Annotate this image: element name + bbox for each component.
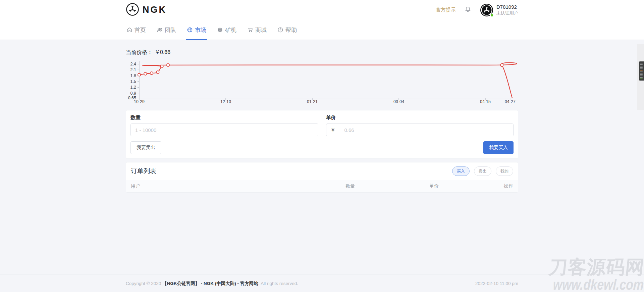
indicator-line — [640, 77, 643, 78]
svg-text:12-10: 12-10 — [220, 99, 231, 104]
svg-text:04-27: 04-27 — [505, 99, 516, 104]
capture-indicator-widget[interactable] — [639, 61, 644, 81]
order-table-header: 用户 数量 单价 操作 — [126, 180, 518, 192]
online-status-dot — [490, 13, 494, 17]
main-nav: 首页 团队 — [0, 20, 644, 40]
filter-mine-pill[interactable]: 我的 — [496, 166, 513, 176]
nav-item-miner[interactable]: 矿机 — [216, 20, 237, 40]
cart-icon — [247, 27, 253, 33]
chip-icon — [217, 27, 223, 33]
main-content: 当前价格：￥0.66 2.42.11.81.51.20.90.6510-2912… — [0, 40, 644, 275]
indicator-line — [640, 67, 643, 68]
brand-text: NGK — [143, 5, 167, 15]
indicator-line — [640, 76, 643, 76]
footer: Copyright © 2020 【NGK公链官网】 - NGK (中国大陆) … — [0, 275, 644, 292]
order-list-title: 订单列表 — [131, 167, 156, 176]
bell-icon[interactable] — [465, 6, 471, 14]
footer-timestamp: 2022-02-10 11:00 pm — [475, 281, 518, 286]
team-icon — [157, 27, 163, 33]
svg-text:10-29: 10-29 — [134, 99, 145, 104]
indicator-line — [640, 66, 643, 66]
nav-item-mall[interactable]: 商城 — [247, 20, 267, 40]
nav-item-team[interactable]: 团队 — [156, 20, 177, 40]
user-status: 未认证用户 — [496, 10, 518, 16]
nav-item-help[interactable]: 帮助 — [277, 20, 298, 40]
indicator-line — [640, 64, 643, 65]
svg-text:2.4: 2.4 — [130, 62, 136, 66]
col-quantity: 数量 — [345, 183, 429, 189]
svg-text:1.5: 1.5 — [130, 79, 136, 84]
unit-price-input[interactable] — [340, 124, 514, 136]
indicator-line — [640, 79, 643, 79]
filter-buy-pill[interactable]: 买入 — [452, 166, 470, 176]
svg-text:01-21: 01-21 — [307, 99, 318, 104]
indicator-line — [640, 71, 643, 72]
svg-text:2.1: 2.1 — [130, 67, 136, 72]
current-price-value: ￥0.66 — [155, 49, 170, 55]
svg-text:0.9: 0.9 — [130, 91, 136, 96]
quantity-input[interactable] — [130, 124, 318, 136]
ngk-logo-icon — [126, 3, 139, 17]
help-icon — [277, 27, 283, 33]
indicator-line — [640, 73, 643, 74]
brand[interactable]: NGK — [126, 3, 167, 17]
nav-item-market[interactable]: 市场 — [186, 20, 207, 40]
price-chart: 2.42.11.81.51.20.90.6510-2912-1001-2103-… — [126, 59, 518, 105]
col-unit-price: 单价 — [429, 183, 490, 189]
currency-prefix: ￥ — [326, 124, 340, 136]
filter-sell-pill[interactable]: 卖出 — [474, 166, 491, 176]
user-menu[interactable]: D781092 未认证用户 — [480, 3, 518, 17]
home-icon — [126, 27, 132, 33]
copyright-text: Copyright © 2020 【NGK公链官网】 - NGK (中国大陆) … — [126, 281, 298, 287]
col-action: 操作 — [490, 183, 513, 189]
official-tip-link[interactable]: 官方提示 — [436, 7, 456, 13]
svg-text:04-15: 04-15 — [480, 99, 491, 104]
quantity-label: 数量 — [130, 114, 318, 121]
unit-price-label: 单价 — [326, 114, 514, 121]
user-id: D781092 — [496, 4, 518, 10]
nav-item-home[interactable]: 首页 — [126, 20, 147, 40]
svg-text:1.8: 1.8 — [130, 74, 136, 78]
col-user: 用户 — [131, 183, 345, 189]
svg-text:1.2: 1.2 — [130, 85, 136, 90]
sell-button[interactable]: 我要卖出 — [130, 141, 161, 154]
svg-text:03-04: 03-04 — [393, 99, 404, 104]
globe-icon — [187, 27, 193, 33]
buy-button[interactable]: 我要买入 — [483, 141, 514, 154]
indicator-line — [640, 70, 643, 70]
order-list-card: 订单列表 买入 卖出 我的 用户 数量 单价 操作 — [126, 162, 518, 193]
indicator-line — [640, 74, 643, 75]
indicator-line — [640, 68, 643, 69]
indicator-line — [640, 63, 643, 63]
trade-form-card: 数量 单价 ￥ 我要卖出 我要买入 — [126, 110, 518, 159]
current-price: 当前价格：￥0.66 — [126, 49, 518, 56]
header: NGK 官方提示 — [0, 0, 644, 40]
